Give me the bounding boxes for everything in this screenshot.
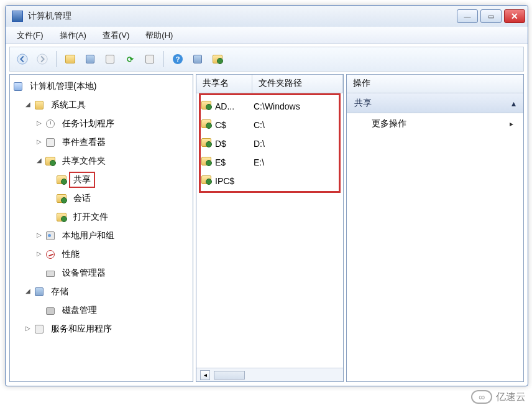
close-button[interactable]: ✕ [504,9,525,23]
clock-icon [45,118,56,129]
share-path: C:\ [254,120,265,130]
tree-label: 存储 [48,286,71,298]
tree-label: 计算机管理(本地) [27,80,99,93]
action-button-1[interactable] [189,50,206,68]
tree-performance[interactable]: ▷ 性能 [35,245,191,264]
tree-event-viewer[interactable]: ▷ 事件查看器 [35,133,191,152]
tree-storage[interactable]: ◢ 存储 [24,282,191,301]
properties-button[interactable] [101,50,119,68]
column-folder-path[interactable]: 文件夹路径 [252,75,343,93]
tree-label: 系统工具 [48,99,88,111]
horizontal-scrollbar[interactable]: ◂ [196,368,343,381]
menu-view[interactable]: 查看(V) [99,29,133,42]
menu-action[interactable]: 操作(A) [56,29,90,42]
list-item[interactable]: D$ D:\ [196,134,343,153]
list-item[interactable]: AD... C:\Windows [196,97,343,116]
share-icon [201,175,213,187]
tree-root[interactable]: 计算机管理(本地) [12,77,191,96]
refresh-button[interactable]: ⟳ [121,50,139,68]
tree-disk-management[interactable]: 磁盘管理 [35,301,191,320]
help-icon: ? [173,54,183,64]
tree-label: 打开文件 [71,211,111,223]
actions-header: 操作 [347,75,523,93]
expand-icon[interactable]: ▷ [35,119,44,128]
expand-icon[interactable]: ▷ [35,231,44,240]
menu-file[interactable]: 文件(F) [13,29,47,42]
titlebar[interactable]: 计算机管理 — ▭ ✕ [6,6,528,27]
tree-shares[interactable]: 共享 [46,170,191,189]
collapse-icon[interactable]: ◢ [24,287,32,296]
forward-button[interactable] [34,50,51,68]
window-controls: — ▭ ✕ [457,9,525,23]
actions-section[interactable]: 共享 ▴ [347,93,523,113]
show-hide-tree-button[interactable] [81,50,99,68]
tree-local-users[interactable]: ▷ 本地用户和组 [35,226,191,245]
performance-icon [45,249,56,260]
tree-label: 性能 [60,248,82,261]
share-icon [201,138,213,149]
share-name: IPC$ [215,176,254,186]
tree-label: 设备管理器 [60,267,108,279]
list-item[interactable]: IPC$ [196,172,343,190]
svg-point-1 [37,54,47,64]
watermark-text: 亿速云 [496,391,526,404]
expand-icon[interactable]: ▷ [35,250,44,259]
tree-label: 任务计划程序 [60,118,117,130]
navigation-tree-pane: 计算机管理(本地) ◢ 系统工具 [9,74,193,382]
tree-device-manager[interactable]: 设备管理器 [35,264,191,282]
help-button[interactable]: ? [169,50,186,68]
list-item[interactable]: C$ C:\ [196,116,343,134]
share-name: C$ [215,120,254,130]
watermark: 亿速云 [471,390,526,404]
share-icon [201,157,213,168]
tree-services-apps[interactable]: ▷ 服务和应用程序 [24,320,191,338]
refresh-icon: ⟳ [127,55,134,64]
tree-sessions[interactable]: 会话 [46,189,191,208]
list-item[interactable]: E$ E:\ [196,153,343,172]
share-icon [201,119,213,131]
tree-label: 本地用户和组 [60,230,117,242]
navigation-tree[interactable]: 计算机管理(本地) ◢ 系统工具 [10,75,193,341]
share-name: E$ [215,157,254,167]
tree-shared-folders[interactable]: ◢ 共享文件夹 [35,152,191,170]
collapse-icon[interactable]: ◢ [35,157,44,165]
minimize-button[interactable]: — [457,9,478,23]
tree-open-files[interactable]: 打开文件 [46,208,191,226]
back-button[interactable] [14,50,31,68]
app-icon [12,11,23,22]
share-path: D:\ [254,139,265,149]
tree-label: 事件查看器 [60,136,108,149]
action-button-2[interactable] [209,50,226,68]
toolbar: ⟳ ? [9,47,524,72]
menu-help[interactable]: 帮助(H) [142,29,177,42]
event-icon [45,137,56,148]
list-body[interactable]: AD... C:\Windows C$ C:\ D$ D:\ E$ E:\ [196,93,343,368]
computer-management-window: 计算机管理 — ▭ ✕ 文件(F) 操作(A) 查看(V) 帮助(H) ⟳ ? [5,5,528,386]
share-path: E:\ [254,157,264,167]
up-button[interactable] [62,50,79,68]
services-icon [34,324,45,335]
share-name: D$ [215,139,254,149]
tree-task-scheduler[interactable]: ▷ 任务计划程序 [35,114,191,133]
action-label: 更多操作 [372,118,406,129]
shares-list-pane: 共享名 文件夹路径 AD... C:\Windows C$ C:\ D$ [196,74,344,382]
shared-folder-icon [45,156,56,167]
share-icon [201,101,213,112]
share-icon [56,174,67,185]
action-more-operations[interactable]: 更多操作 ▸ [347,113,523,134]
toolbar-separator [56,51,57,67]
content-area: 计算机管理(本地) ◢ 系统工具 [6,74,528,386]
tree-label: 会话 [71,192,93,205]
tree-label: 共享文件夹 [60,155,108,167]
maximize-button[interactable]: ▭ [480,9,502,23]
expand-icon[interactable]: ▷ [24,325,32,333]
tree-system-tools[interactable]: ◢ 系统工具 [24,96,191,114]
column-share-name[interactable]: 共享名 [196,75,252,93]
scroll-left-button[interactable]: ◂ [200,370,210,380]
tree-label: 磁盘管理 [60,304,99,317]
scroll-thumb[interactable] [214,371,245,380]
storage-icon [34,286,45,297]
export-button[interactable] [141,50,158,68]
expand-icon[interactable]: ▷ [35,138,44,147]
collapse-icon[interactable]: ◢ [24,101,32,109]
